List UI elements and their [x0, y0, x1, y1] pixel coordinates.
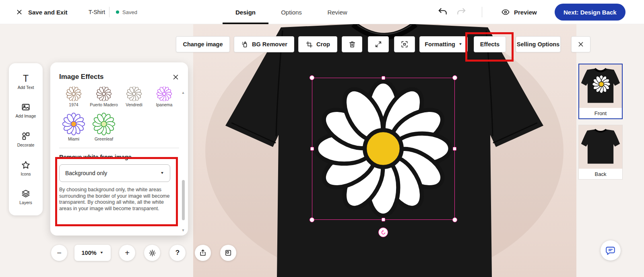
- save-and-exit-button[interactable]: Save and Exit: [16, 0, 68, 24]
- settings-button[interactable]: [144, 245, 160, 261]
- remove-white-dropdown[interactable]: Background only ▼: [59, 164, 170, 182]
- remove-white-description: By choosing background only, the white a…: [59, 187, 177, 212]
- selection-handle-bottom-left[interactable]: [310, 217, 314, 222]
- view-thumbnail-back[interactable]: Back: [578, 125, 623, 180]
- selling-options-button[interactable]: Selling Options: [516, 36, 561, 52]
- filter-thumbnail: [157, 87, 172, 101]
- panel-scrollbar[interactable]: ▲ ▼: [180, 91, 186, 232]
- chat-widget-button[interactable]: [601, 240, 621, 260]
- undo-button[interactable]: [438, 7, 448, 17]
- tab-review[interactable]: Review: [314, 0, 360, 24]
- scrollbar-thumb[interactable]: [182, 180, 185, 220]
- bg-remover-button[interactable]: BG Remover: [234, 36, 294, 52]
- chevron-down-icon: ▼: [458, 43, 462, 46]
- front-label: Front: [579, 108, 622, 118]
- rotate-handle[interactable]: [378, 227, 388, 237]
- expand-arrows-icon: [374, 40, 382, 48]
- active-tab-indicator: [223, 23, 268, 24]
- selection-handle-top-right[interactable]: [452, 75, 457, 80]
- decorate-label: Decorate: [17, 143, 35, 147]
- topbar-divider-2: [482, 7, 482, 17]
- icons-tool[interactable]: Icons: [9, 160, 43, 176]
- filter-row-2: Miami Greenleaf: [59, 113, 179, 141]
- filter-thumbnail: [96, 87, 111, 101]
- filter-vendredi[interactable]: Vendredi: [120, 87, 149, 107]
- filter-1974[interactable]: 1974: [59, 87, 88, 107]
- filter-row-1: 1974 Puerto Madero Vendredi Ipanema: [59, 87, 179, 107]
- eye-icon: [501, 8, 510, 17]
- crop-button[interactable]: Crop: [298, 36, 337, 52]
- star-icon: [21, 160, 31, 170]
- preview-button[interactable]: Preview: [501, 0, 537, 24]
- filter-label: 1974: [69, 102, 78, 107]
- delete-button[interactable]: [342, 36, 362, 52]
- minus-icon: −: [57, 248, 62, 258]
- scroll-down-icon[interactable]: ▼: [182, 228, 185, 232]
- formatting-dropdown[interactable]: Formatting ▼: [419, 36, 468, 52]
- filter-thumbnail: [93, 113, 115, 135]
- tab-options[interactable]: Options: [268, 0, 314, 24]
- icons-label: Icons: [21, 172, 31, 176]
- plus-icon: +: [125, 248, 130, 258]
- remove-white-selected-value: Background only: [65, 170, 107, 176]
- selection-handle-bottom-right[interactable]: [452, 217, 457, 222]
- filter-ipanema[interactable]: Ipanema: [150, 87, 179, 107]
- filter-greenleaf[interactable]: Greenleaf: [89, 113, 118, 141]
- selection-handle-left[interactable]: [310, 147, 314, 151]
- close-toolbar-button[interactable]: [571, 36, 590, 52]
- effects-button[interactable]: Effects: [474, 36, 506, 52]
- selling-options-label: Selling Options: [517, 41, 559, 48]
- selection-box[interactable]: [312, 78, 455, 220]
- filter-label: Miami: [68, 136, 79, 141]
- selection-frame-icon: [400, 40, 409, 48]
- resize-button[interactable]: [368, 36, 389, 52]
- selection-handle-top[interactable]: [382, 76, 385, 80]
- chevron-down-icon: ▼: [100, 251, 104, 254]
- save-and-exit-label: Save and Exit: [28, 9, 68, 16]
- zoom-in-button[interactable]: +: [119, 245, 135, 261]
- zoom-out-button[interactable]: −: [51, 245, 67, 261]
- gear-icon: [148, 249, 157, 257]
- chat-bubble-icon: [605, 245, 616, 256]
- filter-thumbnail: [62, 113, 85, 135]
- front-thumbnail-image: [579, 64, 622, 108]
- help-button[interactable]: ?: [169, 245, 186, 261]
- back-label: Back: [579, 169, 622, 179]
- topbar: Save and Exit T-Shirt Saved Design Optio…: [0, 0, 644, 24]
- fit-to-area-button[interactable]: [394, 36, 415, 52]
- layers-tool[interactable]: Layers: [9, 189, 43, 205]
- rotate-icon: [381, 230, 386, 235]
- mini-daisy: [592, 75, 611, 93]
- close-icon: [578, 41, 584, 48]
- filter-puerto-madero[interactable]: Puerto Madero: [89, 87, 118, 107]
- scroll-up-icon[interactable]: ▲: [182, 91, 185, 95]
- filter-label: Greenleaf: [95, 136, 113, 141]
- close-panel-icon[interactable]: [172, 74, 179, 81]
- next-design-back-button[interactable]: Next: Design Back: [555, 4, 625, 21]
- layers-icon: [21, 189, 31, 198]
- filter-label: Puerto Madero: [90, 102, 118, 107]
- print-area-icon: [224, 249, 232, 257]
- add-image-icon: [21, 102, 31, 112]
- selection-handle-bottom[interactable]: [382, 218, 385, 221]
- view-thumbnail-front[interactable]: Front: [578, 64, 623, 119]
- change-image-label: Change image: [183, 41, 223, 48]
- zoom-level-dropdown[interactable]: 100% ▼: [74, 245, 111, 261]
- selection-handle-right[interactable]: [453, 147, 456, 151]
- filter-miami[interactable]: Miami: [59, 113, 88, 141]
- left-tool-rail: T Add Text Add Image Decorate Icons La: [9, 63, 43, 215]
- tab-design[interactable]: Design: [223, 0, 268, 24]
- decorate-tool[interactable]: Decorate: [9, 131, 43, 147]
- add-image-tool[interactable]: Add Image: [9, 102, 43, 118]
- change-image-button[interactable]: Change image: [176, 36, 230, 52]
- close-icon: [16, 9, 23, 15]
- layers-label: Layers: [19, 200, 32, 205]
- selection-handle-top-left[interactable]: [310, 75, 314, 80]
- image-effects-panel: Image Effects 1974 Puerto Madero Vendred…: [50, 62, 188, 236]
- print-area-button[interactable]: [220, 245, 236, 261]
- share-button[interactable]: [195, 245, 211, 261]
- redo-button[interactable]: [456, 7, 466, 17]
- add-text-tool[interactable]: T Add Text: [9, 74, 43, 90]
- preview-label: Preview: [514, 9, 537, 16]
- panel-title: Image Effects: [59, 73, 104, 81]
